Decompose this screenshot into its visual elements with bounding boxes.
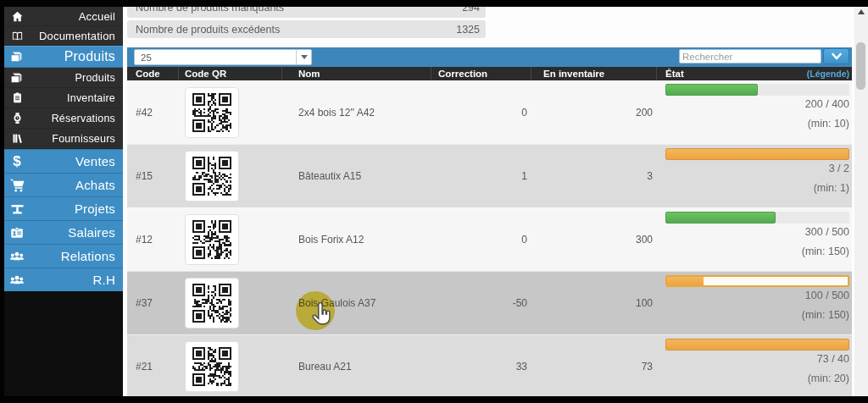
cell-correction: 0 <box>431 208 531 271</box>
sidebar-item-ventes[interactable]: $ Ventes <box>4 149 123 173</box>
stock-ratio: 73 / 40 <box>817 353 849 365</box>
sidebar-item-produits[interactable]: Produits <box>4 68 123 88</box>
letterbox-bottom <box>0 396 868 403</box>
sidebar-item-r-h[interactable]: R.H <box>4 268 123 291</box>
stock-progressbar <box>665 339 849 351</box>
stock-min: (min: 10) <box>808 118 849 130</box>
stat-excess-products: Nombre de produits excédents 1325 <box>127 20 486 38</box>
table-body: #42 2x4 bois 12'' A42 0 200 200 / 400 (m… <box>127 80 852 396</box>
stock-ratio: 100 / 500 <box>805 290 849 301</box>
column-header-name: Nom <box>282 67 431 80</box>
users-icon <box>4 248 30 265</box>
sidebar-item-achats[interactable]: Achats <box>4 173 123 196</box>
stat-label: Nombre de produits excédents <box>127 24 456 36</box>
sidebar: Accueil Documentation Produits Produits … <box>4 7 123 396</box>
sidebar-item-salaires[interactable]: Salaires <box>4 220 123 244</box>
cell-correction: -50 <box>431 272 531 334</box>
stat-value: 1325 <box>456 24 486 36</box>
cell-name: Bois Forix A12 <box>282 208 431 271</box>
cell-state: 300 / 500 (min: 150) <box>657 208 852 271</box>
page-size-value: 25 <box>135 52 296 63</box>
scale-icon <box>4 201 30 217</box>
clipboard-icon <box>4 91 30 104</box>
scroll-up-arrow-icon[interactable] <box>858 9 865 14</box>
cell-correction: 0 <box>431 80 531 144</box>
cell-correction: 1 <box>431 145 531 207</box>
stock-min: (min: 150) <box>802 309 849 321</box>
sidebar-item-produits[interactable]: Produits <box>4 46 123 68</box>
stock-min: (min: 1) <box>814 182 849 194</box>
cell-inventory: 3 <box>531 145 657 207</box>
page-size-select[interactable]: 25 <box>134 49 312 65</box>
chevron-down-icon <box>301 55 308 59</box>
dollar-icon: $ <box>4 154 30 168</box>
letterbox-top <box>0 0 868 7</box>
cell-code: #21 <box>127 335 179 396</box>
cell-code: #12 <box>127 208 179 271</box>
stock-ratio: 3 / 2 <box>829 163 849 174</box>
select-caret-box[interactable] <box>296 50 311 64</box>
cell-state: 3 / 2 (min: 1) <box>657 145 852 207</box>
chevron-down-icon <box>831 52 843 61</box>
sidebar-item-projets[interactable]: Projets <box>4 196 123 220</box>
stock-min: (min: 150) <box>802 246 849 257</box>
watch-icon <box>4 112 30 124</box>
table-row[interactable]: #37 Bois Gaulois A37 -50 100 100 / 500 (… <box>127 271 852 334</box>
qr-code <box>185 278 239 328</box>
sidebar-item-r-servations[interactable]: Réservations <box>4 108 123 129</box>
stock-progressbar <box>665 275 849 287</box>
cell-name: 2x4 bois 12'' A42 <box>282 80 431 144</box>
cell-state: 200 / 400 (min: 10) <box>657 80 852 144</box>
column-header-qr: Code QR <box>179 67 282 80</box>
stock-progressbar <box>665 148 849 160</box>
cell-code: #37 <box>127 272 179 334</box>
cell-inventory: 200 <box>531 80 657 144</box>
sidebar-item-documentation[interactable]: Documentation <box>4 26 123 46</box>
legend-link[interactable]: (Légende) <box>807 69 852 79</box>
books-icon <box>4 132 30 145</box>
scrollbar-thumb[interactable] <box>856 42 865 90</box>
cell-state: 73 / 40 (min: 20) <box>657 335 852 396</box>
search-input[interactable] <box>679 49 821 63</box>
sidebar-item-accueil[interactable]: Accueil <box>4 7 123 26</box>
letterbox-left <box>0 0 4 403</box>
scrollbar-track[interactable] <box>854 7 868 396</box>
users-icon <box>4 272 30 289</box>
table-row[interactable]: #42 2x4 bois 12'' A42 0 200 200 / 400 (m… <box>127 80 852 144</box>
cell-code: #42 <box>127 80 179 144</box>
cell-name: Bureau A21 <box>282 335 431 396</box>
qr-code <box>185 214 239 265</box>
column-header-correction: Correction <box>431 67 531 80</box>
search-dropdown-button[interactable] <box>823 48 849 64</box>
app-window: Accueil Documentation Produits Produits … <box>0 0 868 403</box>
column-header-code: Code <box>127 67 179 80</box>
cell-name: Bois Gaulois A37 <box>282 272 431 334</box>
table-row[interactable]: #21 Bureau A21 33 73 73 / 40 (min: 20) <box>127 334 852 396</box>
cube-icon <box>4 70 30 86</box>
column-header-state: État (Légende) <box>657 67 852 80</box>
qr-code <box>185 87 239 138</box>
table-row[interactable]: #15 Bâteautix A15 1 3 3 / 2 (min: 1) <box>127 144 852 207</box>
cube-icon <box>4 49 30 64</box>
home-icon <box>4 10 30 23</box>
idcard-icon <box>4 225 30 240</box>
cell-qr <box>179 80 282 144</box>
column-header-state-label: État <box>665 69 684 79</box>
table-toolbar: 25 <box>127 47 852 66</box>
cell-name: Bâteautix A15 <box>282 145 431 207</box>
qr-code <box>185 341 239 392</box>
table-row[interactable]: #12 Bois Forix A12 0 300 300 / 500 (min:… <box>127 207 852 271</box>
book-icon <box>4 30 30 42</box>
stock-progressbar <box>665 84 849 96</box>
stock-ratio: 200 / 400 <box>805 98 849 110</box>
qr-code <box>185 151 239 202</box>
cell-correction: 33 <box>431 335 531 396</box>
sidebar-item-fournisseurs[interactable]: Fournisseurs <box>4 129 123 149</box>
cell-qr <box>179 145 282 207</box>
sidebar-item-inventaire[interactable]: Inventaire <box>4 88 123 108</box>
cell-qr <box>179 208 282 271</box>
stock-ratio: 300 / 500 <box>805 226 849 238</box>
cart-icon <box>4 177 30 193</box>
sidebar-item-relations[interactable]: Relations <box>4 244 123 268</box>
cell-inventory: 300 <box>531 208 657 271</box>
